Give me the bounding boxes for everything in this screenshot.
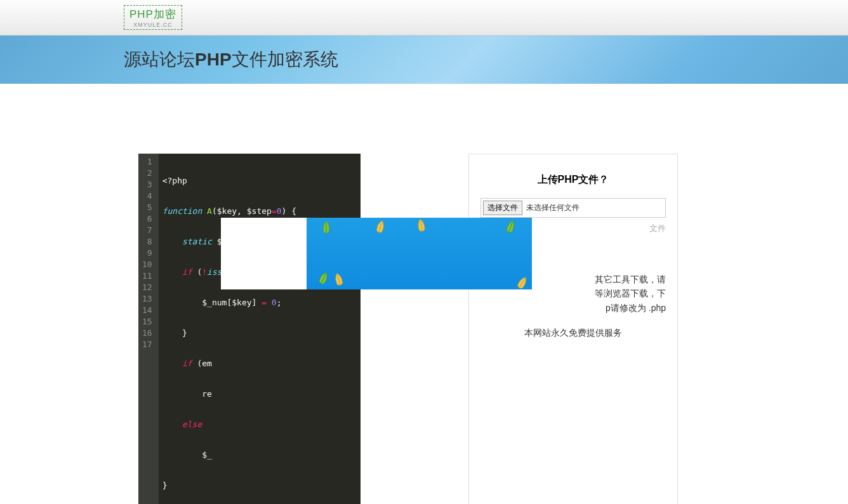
leaf-icon: [501, 218, 520, 239]
overlay-ad[interactable]: [221, 218, 532, 289]
page-title: 源站论坛PHP文件加密系统: [124, 48, 338, 72]
leaf-icon: [371, 218, 389, 238]
free-service-text: 本网站永久免费提供服务: [480, 328, 666, 339]
file-input[interactable]: 选择文件 未选择任何文件: [480, 198, 666, 218]
content: 1234567891011121314151617 <?php function…: [138, 84, 710, 504]
logo[interactable]: PHP加密 XMYULE.CC: [124, 5, 182, 30]
leaf-icon: [313, 269, 333, 289]
logo-subtitle: XMYULE.CC: [129, 22, 176, 28]
line-numbers: 1234567891011121314151617: [138, 154, 159, 504]
leaf-icon: [511, 272, 532, 289]
code-sample: 1234567891011121314151617 <?php function…: [138, 154, 361, 504]
page-banner: 源站论坛PHP文件加密系统: [0, 36, 848, 84]
top-header: PHP加密 XMYULE.CC: [0, 0, 848, 36]
choose-file-button[interactable]: 选择文件: [483, 201, 522, 215]
leaf-icon: [413, 218, 430, 237]
overlay-white-area: [221, 218, 307, 289]
leaf-icon: [319, 220, 333, 237]
leaf-icon: [330, 270, 348, 289]
file-status: 未选择任何文件: [526, 202, 580, 213]
upload-panel: 上传PHP文件？ 选择文件 未选择任何文件 文件 其它工具下载，请 等浏览器下载…: [468, 154, 678, 504]
overlay-blue-area: [307, 218, 532, 289]
upload-title: 上传PHP文件？: [480, 173, 666, 187]
logo-title: PHP加密: [129, 7, 176, 22]
code-content: <?php function A($key, $step=0) { static…: [159, 154, 361, 504]
